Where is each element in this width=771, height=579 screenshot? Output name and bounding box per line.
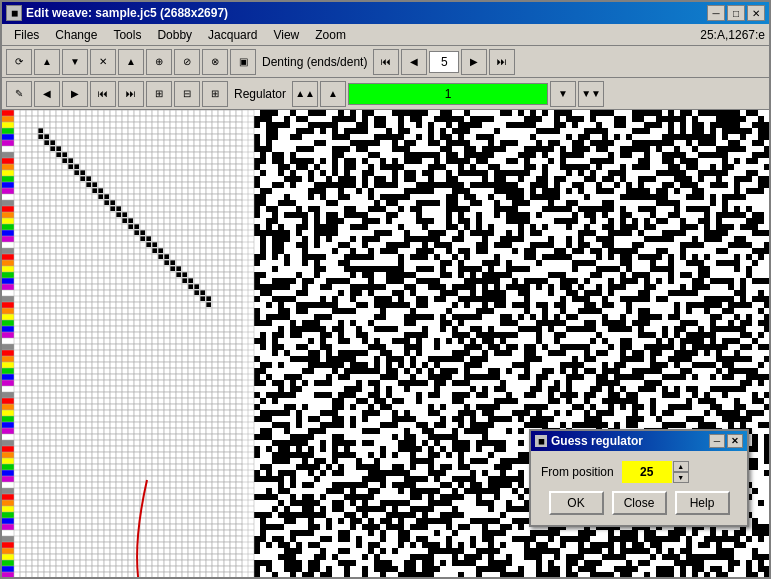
nav-last-btn[interactable]: ⏭	[489, 49, 515, 75]
tool-btn-5[interactable]: ▲	[118, 49, 144, 75]
help-button[interactable]: Help	[675, 491, 730, 515]
main-window: ◼ Edit weave: sample.jc5 (2688x2697) ─ □…	[0, 0, 771, 579]
dialog-body: From position ▲ ▼ OK Close Help	[531, 451, 747, 525]
dialog-close-btn[interactable]: ✕	[727, 434, 743, 448]
dialog-buttons: OK Close Help	[541, 491, 737, 515]
menu-files[interactable]: Files	[6, 26, 47, 44]
tool2-btn-5[interactable]: ⏭	[118, 81, 144, 107]
minimize-button[interactable]: ─	[707, 5, 725, 21]
toolbar-1: ⟳ ▲ ▼ ✕ ▲ ⊕ ⊘ ⊗ ▣ Denting (ends/dent) ⏮ …	[2, 46, 769, 78]
spinner-down-btn[interactable]: ▼	[673, 472, 689, 483]
tool-btn-3[interactable]: ▼	[62, 49, 88, 75]
tool-btn-2[interactable]: ▲	[34, 49, 60, 75]
close-button[interactable]: Close	[612, 491, 667, 515]
dialog-title-text: Guess regulator	[551, 434, 709, 448]
spinner-up-btn[interactable]: ▲	[673, 461, 689, 472]
from-position-input[interactable]	[622, 461, 672, 483]
close-button[interactable]: ✕	[747, 5, 765, 21]
menu-change[interactable]: Change	[47, 26, 105, 44]
tool-btn-6[interactable]: ⊕	[146, 49, 172, 75]
tool2-btn-8[interactable]: ⊞	[202, 81, 228, 107]
tool2-btn-4[interactable]: ⏮	[90, 81, 116, 107]
tool-btn-4[interactable]: ✕	[90, 49, 116, 75]
toolbar-2: ✎ ◀ ▶ ⏮ ⏭ ⊞ ⊟ ⊞ Regulator ▲▲ ▲ ▼ ▼▼	[2, 78, 769, 110]
reg-up-btn[interactable]: ▲	[320, 81, 346, 107]
from-position-spinner: ▲ ▼	[673, 461, 689, 483]
tool2-btn-1[interactable]: ✎	[6, 81, 32, 107]
dialog-controls: ─ ✕	[709, 434, 743, 448]
guess-regulator-dialog: ◼ Guess regulator ─ ✕ From position ▲ ▼	[529, 429, 749, 527]
content-area: ◼ Guess regulator ─ ✕ From position ▲ ▼	[2, 110, 769, 577]
menu-view[interactable]: View	[265, 26, 307, 44]
reg-down-down-btn[interactable]: ▼▼	[578, 81, 604, 107]
tool2-btn-2[interactable]: ◀	[34, 81, 60, 107]
maximize-button[interactable]: □	[727, 5, 745, 21]
tool2-btn-3[interactable]: ▶	[62, 81, 88, 107]
tool2-btn-7[interactable]: ⊟	[174, 81, 200, 107]
nav-prev-btn[interactable]: ◀	[401, 49, 427, 75]
tool2-btn-6[interactable]: ⊞	[146, 81, 172, 107]
menu-dobby[interactable]: Dobby	[149, 26, 200, 44]
window-controls: ─ □ ✕	[707, 5, 765, 21]
nav-next-btn[interactable]: ▶	[461, 49, 487, 75]
dialog-minimize-btn[interactable]: ─	[709, 434, 725, 448]
window-title: Edit weave: sample.jc5 (2688x2697)	[26, 6, 707, 20]
tool-btn-9[interactable]: ▣	[230, 49, 256, 75]
denting-value[interactable]	[429, 51, 459, 73]
tool-btn-1[interactable]: ⟳	[6, 49, 32, 75]
menu-zoom[interactable]: Zoom	[307, 26, 354, 44]
reg-up-up-btn[interactable]: ▲▲	[292, 81, 318, 107]
reg-down-btn[interactable]: ▼	[550, 81, 576, 107]
ok-button[interactable]: OK	[549, 491, 604, 515]
from-position-row: From position ▲ ▼	[541, 461, 737, 483]
regulator-label: Regulator	[230, 87, 290, 101]
title-bar: ◼ Edit weave: sample.jc5 (2688x2697) ─ □…	[2, 2, 769, 24]
menu-jacquard[interactable]: Jacquard	[200, 26, 265, 44]
menu-bar: Files Change Tools Dobby Jacquard View Z…	[2, 24, 769, 46]
denting-label: Denting (ends/dent)	[258, 55, 371, 69]
nav-first-btn[interactable]: ⏮	[373, 49, 399, 75]
from-position-label: From position	[541, 465, 614, 479]
menu-tools[interactable]: Tools	[105, 26, 149, 44]
coordinates-display: 25:A,1267:e	[700, 28, 765, 42]
app-icon: ◼	[6, 5, 22, 21]
tool-btn-8[interactable]: ⊗	[202, 49, 228, 75]
dialog-title-bar: ◼ Guess regulator ─ ✕	[531, 431, 747, 451]
from-position-input-container: ▲ ▼	[622, 461, 737, 483]
dialog-icon: ◼	[535, 435, 547, 447]
regulator-value[interactable]	[348, 83, 548, 105]
tool-btn-7[interactable]: ⊘	[174, 49, 200, 75]
